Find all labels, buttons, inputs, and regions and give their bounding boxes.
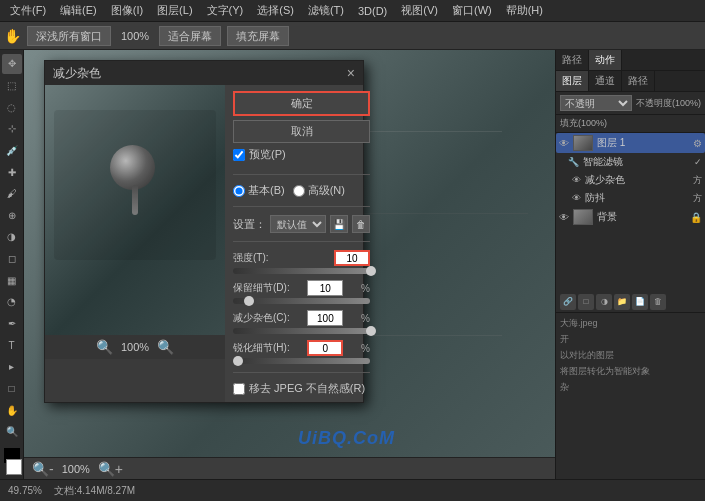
preview-image (45, 85, 225, 335)
gradient-tool[interactable]: ▦ (2, 270, 22, 290)
intensity-slider-thumb[interactable] (366, 266, 376, 276)
eye-icon-antishake[interactable]: 👁 (572, 193, 581, 203)
fit-screen-button[interactable]: 适合屏幕 (159, 26, 221, 46)
link-layers-button[interactable]: 🔗 (560, 294, 576, 310)
menu-window[interactable]: 窗口(W) (446, 1, 498, 20)
basic-mode-radio[interactable] (233, 185, 245, 197)
menu-select[interactable]: 选择(S) (251, 1, 300, 20)
reduce-noise-pct: % (361, 313, 370, 324)
hand-tool[interactable]: ✋ (2, 400, 22, 420)
ok-button[interactable]: 确定 (233, 91, 370, 116)
move-tool[interactable]: ✥ (2, 54, 22, 74)
pen-tool[interactable]: ✒ (2, 314, 22, 334)
arrange-windows-button[interactable]: 深浅所有窗口 (27, 26, 111, 46)
reduce-noise-slider-thumb[interactable] (366, 326, 376, 336)
sharpen-slider-thumb[interactable] (233, 356, 243, 366)
canvas-bottom-bar: 🔍- 100% 🔍+ (24, 457, 555, 479)
intensity-slider-row: 强度(T): (233, 250, 370, 274)
hand-tool-icon[interactable]: ✋ (4, 28, 21, 44)
intensity-input[interactable] (334, 250, 370, 266)
add-mask-button[interactable]: □ (578, 294, 594, 310)
eraser-tool[interactable]: ◻ (2, 249, 22, 269)
reduce-noise-layer-icon: 方 (693, 174, 702, 187)
zoom-tool[interactable]: 🔍 (2, 422, 22, 442)
menu-edit[interactable]: 编辑(E) (54, 1, 103, 20)
crop-tool[interactable]: ⊹ (2, 119, 22, 139)
opacity-label: 不透明度(100%) (636, 97, 701, 110)
path-select-tool[interactable]: ▸ (2, 357, 22, 377)
zoom-out-icon[interactable]: 🔍- (32, 461, 54, 477)
eye-icon-layer1[interactable]: 👁 (559, 138, 569, 149)
reduce-noise-input[interactable] (307, 310, 343, 326)
delete-layer-button[interactable]: 🗑 (650, 294, 666, 310)
heal-tool[interactable]: ✚ (2, 162, 22, 182)
dialog-close-button[interactable]: × (347, 66, 355, 80)
tab-paths[interactable]: 路径 (556, 50, 589, 70)
layer-item-antishake[interactable]: 👁 防抖 方 (556, 189, 705, 207)
sharpen-pct: % (361, 343, 370, 354)
preserve-detail-label: 保留细节(D): (233, 281, 290, 295)
new-layer-button[interactable]: 📄 (632, 294, 648, 310)
preview-checkbox[interactable] (233, 149, 245, 161)
tab-actions[interactable]: 动作 (589, 50, 622, 70)
eye-icon-reduce[interactable]: 👁 (572, 175, 581, 185)
antishake-layer-icon: 方 (693, 192, 702, 205)
delete-settings-button[interactable]: 🗑 (352, 215, 370, 233)
cancel-button[interactable]: 取消 (233, 120, 370, 143)
tab-channels[interactable]: 通道 (589, 71, 622, 91)
reduce-noise-slider-track[interactable] (233, 328, 370, 334)
clone-tool[interactable]: ⊕ (2, 205, 22, 225)
history-tool[interactable]: ◑ (2, 227, 22, 247)
burn-tool[interactable]: ◔ (2, 292, 22, 312)
brush-tool[interactable]: 🖌 (2, 184, 22, 204)
blend-row: 不透明 不透明度(100%) (556, 92, 705, 115)
status-bar: 49.75% 文档:4.14M/8.27M (0, 479, 705, 501)
sharpen-input[interactable] (307, 340, 343, 356)
reduce-noise-dialog[interactable]: 减少杂色 × 🔍 100% 🔍 (44, 60, 364, 403)
menu-image[interactable]: 图像(I) (105, 1, 149, 20)
eyedropper-tool[interactable]: 💉 (2, 141, 22, 161)
new-group-button[interactable]: 📁 (614, 294, 630, 310)
lasso-tool[interactable]: ◌ (2, 97, 22, 117)
preserve-detail-slider-track[interactable] (233, 298, 370, 304)
tab-paths-2[interactable]: 路径 (622, 71, 655, 91)
type-tool[interactable]: T (2, 335, 22, 355)
advanced-mode-radio[interactable] (293, 185, 305, 197)
background-color[interactable] (6, 459, 22, 475)
menu-file[interactable]: 文件(F) (4, 1, 52, 20)
menu-layer[interactable]: 图层(L) (151, 1, 198, 20)
fill-screen-button[interactable]: 填充屏幕 (227, 26, 289, 46)
save-settings-button[interactable]: 💾 (330, 215, 348, 233)
remove-jpeg-checkbox[interactable] (233, 383, 245, 395)
layer-item-reduce-noise[interactable]: 👁 减少杂色 方 (556, 171, 705, 189)
intensity-slider-track[interactable] (233, 268, 370, 274)
preserve-detail-input[interactable] (307, 280, 343, 296)
preserve-detail-slider-thumb[interactable] (244, 296, 254, 306)
new-adjustment-button[interactable]: ◑ (596, 294, 612, 310)
menu-help[interactable]: 帮助(H) (500, 1, 549, 20)
shape-tool[interactable]: □ (2, 379, 22, 399)
menu-text[interactable]: 文字(Y) (201, 1, 250, 20)
layer-thumb-background (573, 209, 593, 225)
menu-view[interactable]: 视图(V) (395, 1, 444, 20)
preview-texture (54, 110, 216, 260)
preview-zoom-in-icon[interactable]: 🔍 (157, 339, 174, 355)
eye-icon-background[interactable]: 👁 (559, 212, 569, 223)
menu-3d[interactable]: 3D(D) (352, 3, 393, 19)
layer-item-background[interactable]: 👁 背景 🔒 (556, 207, 705, 227)
tab-layers[interactable]: 图层 (556, 71, 589, 91)
dialog-titlebar[interactable]: 减少杂色 × (45, 61, 363, 85)
advanced-mode-label: 高级(N) (308, 183, 345, 198)
preview-zoom-out-icon[interactable]: 🔍 (96, 339, 113, 355)
blend-mode-select[interactable]: 不透明 (560, 95, 632, 111)
layer-item-smart-filter[interactable]: 🔧 智能滤镜 ✓ (556, 153, 705, 171)
sharpen-slider-track[interactable] (233, 358, 370, 364)
smart-filter-icon: ✓ (694, 157, 702, 167)
select-tool[interactable]: ⬚ (2, 76, 22, 96)
zoom-in-icon[interactable]: 🔍+ (98, 461, 123, 477)
settings-select[interactable]: 默认值 (270, 215, 326, 233)
layer-item-layer1[interactable]: 👁 图层 1 ⚙ (556, 133, 705, 153)
dialog-title: 减少杂色 (53, 65, 101, 82)
menu-filter[interactable]: 滤镜(T) (302, 1, 350, 20)
layer-name-layer1: 图层 1 (597, 136, 625, 150)
